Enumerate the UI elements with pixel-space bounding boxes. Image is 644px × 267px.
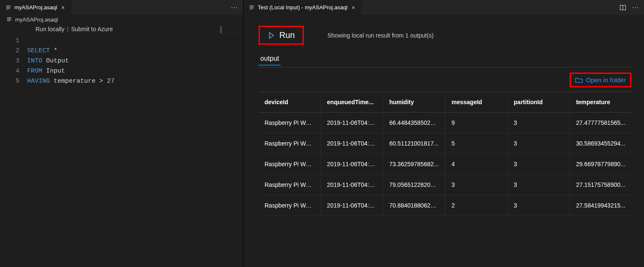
cell-deviceId: Raspberry Pi Web ...	[259, 175, 321, 195]
line-number: 1	[0, 36, 27, 46]
run-header-row: Run Showing local run result from 1 outp…	[259, 26, 632, 45]
line-number: 5	[0, 76, 27, 86]
right-tab-bar: Test (Local Input) - myASAProj.asaql × ·…	[243, 0, 644, 15]
status-text: Showing local run result from 1 output(s…	[327, 32, 434, 39]
cell-humidity: 66.4484358502758	[383, 113, 445, 133]
cell-deviceId: Raspberry Pi Web ...	[259, 133, 321, 154]
cell-enqueuedTime: 2019-11-06T04:2...	[321, 175, 383, 195]
cell-messageId: 5	[445, 133, 508, 154]
more-icon[interactable]: ···	[632, 4, 639, 11]
cell-humidity: 73.36259785682...	[383, 154, 445, 175]
cell-deviceId: Raspberry Pi Web ...	[259, 113, 321, 133]
output-tab[interactable]: output	[259, 52, 281, 67]
cell-temperature: 29.66978779890...	[570, 154, 632, 175]
cell-temperature: 27.47777581565...	[570, 113, 632, 133]
submit-to-azure-link[interactable]: Submit to Azure	[71, 26, 113, 32]
run-button[interactable]: Run	[259, 26, 304, 45]
results-body: Run Showing local run result from 1 outp…	[243, 15, 644, 267]
run-locally-link[interactable]: Run locally	[35, 26, 64, 32]
tab-title: myASAProj.asaql	[14, 4, 57, 11]
cell-temperature: 27.58419943215...	[570, 195, 632, 216]
cell-partitionId: 3	[508, 154, 570, 175]
run-button-label: Run	[279, 30, 295, 40]
cell-temperature: 30.58693455294...	[570, 133, 632, 154]
table-row[interactable]: Raspberry Pi Web ...2019-11-06T04:2...79…	[259, 175, 632, 195]
code-editor[interactable]: 1 2SELECT * 3INTO Output 4FROM Input 5HA…	[0, 34, 243, 267]
open-folder-row: Open in folder	[259, 67, 632, 92]
results-pane: Test (Local Input) - myASAProj.asaql × ·…	[243, 0, 644, 267]
cell-messageId: 9	[445, 113, 508, 133]
col-partitionId[interactable]: partitionId	[508, 92, 570, 113]
tab-actions: ···	[226, 4, 243, 11]
close-icon[interactable]: ×	[60, 4, 66, 11]
breadcrumb[interactable]: myASAProj.asaql	[0, 15, 243, 24]
cell-temperature: 27.15175758900...	[570, 175, 632, 195]
code-line: FROM Input	[27, 66, 65, 76]
folder-icon	[575, 77, 583, 84]
cell-deviceId: Raspberry Pi Web ...	[259, 154, 321, 175]
cell-humidity: 79.0565122820593	[383, 175, 445, 195]
close-icon[interactable]: ×	[350, 4, 357, 11]
cell-humidity: 60.51121001817...	[383, 133, 445, 154]
separator: |	[67, 26, 68, 32]
results-table: deviceId enqueuedTime... humidity messag…	[259, 92, 632, 216]
cell-enqueuedTime: 2019-11-06T04:2...	[321, 154, 383, 175]
table-row[interactable]: Raspberry Pi Web ...2019-11-06T04:2...66…	[259, 113, 632, 133]
tab-actions: ···	[614, 4, 644, 11]
cell-partitionId: 3	[508, 195, 570, 216]
tab-title: Test (Local Input) - myASAProj.asaql	[258, 4, 347, 11]
cell-partitionId: 3	[508, 113, 570, 133]
tab-editor-file[interactable]: myASAProj.asaql ×	[0, 0, 72, 15]
left-tab-bar: myASAProj.asaql × ···	[0, 0, 243, 15]
code-line: SELECT *	[27, 46, 57, 56]
cell-enqueuedTime: 2019-11-06T04:2...	[321, 113, 383, 133]
split-editor-icon[interactable]	[619, 4, 626, 11]
minimap[interactable]	[216, 26, 240, 34]
file-icon	[6, 16, 13, 23]
file-icon	[248, 4, 255, 11]
code-line: HAVING temperature > 27	[27, 76, 115, 86]
cell-partitionId: 3	[508, 175, 570, 195]
cell-enqueuedTime: 2019-11-06T04:2...	[321, 195, 383, 216]
open-in-folder-label: Open in folder	[586, 76, 626, 84]
file-icon	[5, 4, 12, 11]
line-number: 4	[0, 66, 27, 76]
col-deviceId[interactable]: deviceId	[259, 92, 321, 113]
cell-enqueuedTime: 2019-11-06T04:2...	[321, 133, 383, 154]
table-row[interactable]: Raspberry Pi Web ...2019-11-06T04:2...60…	[259, 133, 632, 154]
line-number: 3	[0, 56, 27, 66]
cell-humidity: 70.8840188062363	[383, 195, 445, 216]
tab-test-results[interactable]: Test (Local Input) - myASAProj.asaql ×	[243, 0, 362, 15]
col-enqueuedTime[interactable]: enqueuedTime...	[321, 92, 383, 113]
table-row[interactable]: Raspberry Pi Web ...2019-11-06T04:2...70…	[259, 195, 632, 216]
code-line: INTO Output	[27, 56, 69, 66]
cell-messageId: 2	[445, 195, 508, 216]
cell-messageId: 3	[445, 175, 508, 195]
breadcrumb-label: myASAProj.asaql	[15, 16, 58, 23]
col-temperature[interactable]: temperature	[570, 92, 632, 113]
cell-deviceId: Raspberry Pi Web ...	[259, 195, 321, 216]
editor-pane: myASAProj.asaql × ··· myASAProj.asaql Ru…	[0, 0, 243, 267]
line-number: 2	[0, 46, 27, 56]
open-in-folder-button[interactable]: Open in folder	[570, 73, 631, 87]
more-icon[interactable]: ···	[231, 4, 238, 11]
cell-partitionId: 3	[508, 133, 570, 154]
table-header-row: deviceId enqueuedTime... humidity messag…	[259, 92, 632, 113]
table-row[interactable]: Raspberry Pi Web ...2019-11-06T04:2...73…	[259, 154, 632, 175]
cell-messageId: 4	[445, 154, 508, 175]
code-lens-actions: Run locally | Submit to Azure	[0, 24, 243, 34]
svg-marker-14	[270, 32, 274, 38]
col-messageId[interactable]: messageId	[445, 92, 508, 113]
play-icon	[267, 32, 275, 39]
col-humidity[interactable]: humidity	[383, 92, 445, 113]
